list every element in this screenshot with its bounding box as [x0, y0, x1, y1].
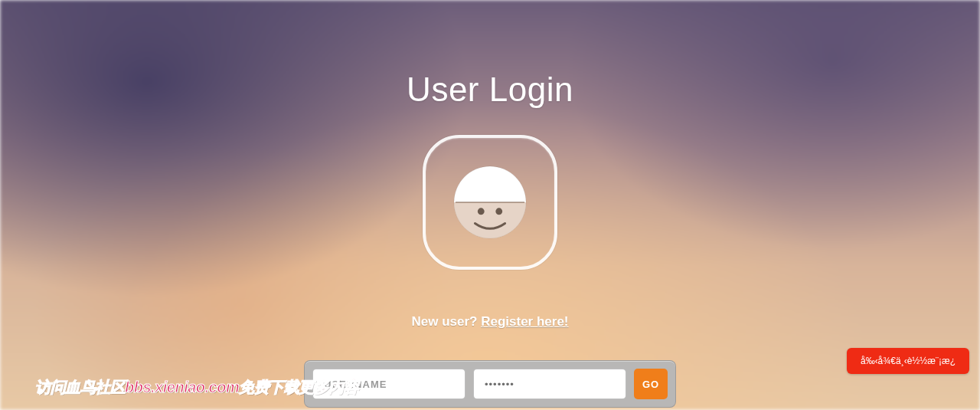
password-input[interactable]	[473, 369, 626, 399]
new-user-prefix: New user?	[411, 314, 481, 329]
register-link[interactable]: Register here!	[481, 314, 568, 329]
new-user-line: New user? Register here!	[411, 314, 568, 330]
download-template-button[interactable]: å‰‹å¾€ä¸‹è½½æ¨¡æ¿	[847, 348, 969, 374]
svg-point-5	[478, 208, 485, 215]
svg-point-6	[495, 208, 502, 215]
username-input[interactable]	[312, 369, 466, 399]
page-title: User Login	[407, 71, 573, 109]
avatar-badge	[423, 135, 557, 270]
go-button[interactable]: GO	[634, 369, 668, 399]
login-form: GO	[304, 360, 676, 408]
login-container: User Login New user? Register here! GO	[0, 0, 980, 410]
avatar-face-icon	[452, 165, 528, 240]
